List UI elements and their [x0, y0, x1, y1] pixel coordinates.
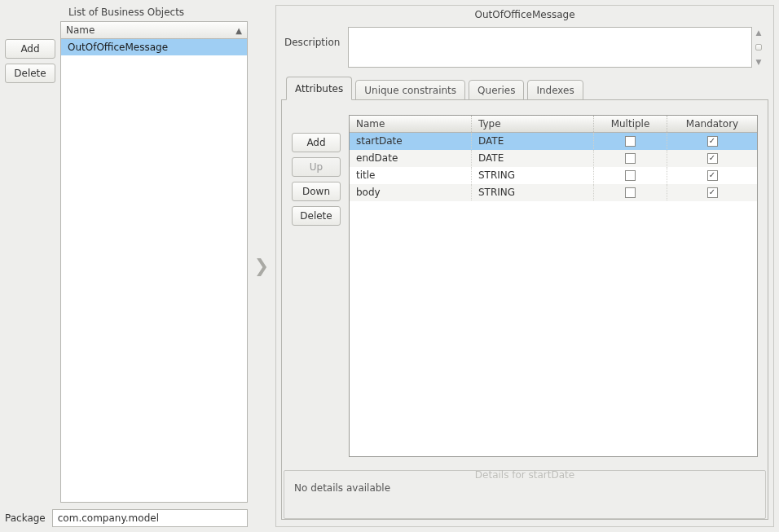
cell-multiple	[594, 167, 667, 183]
tab-unique[interactable]: Unique constraints	[355, 80, 465, 100]
th-type[interactable]: Type	[472, 116, 594, 132]
object-title: OutOfOfficeMessage	[279, 7, 770, 24]
scroll-down-icon: ▼	[756, 58, 762, 66]
attr-add-button[interactable]: Add	[292, 133, 341, 152]
details-box: Details for startDate No details availab…	[284, 470, 766, 519]
app-root: List of Business Objects Add Delete Name…	[0, 0, 779, 532]
business-objects-list[interactable]: OutOfOfficeMessage	[60, 39, 248, 503]
description-wrap: ▲ ▼	[348, 27, 765, 68]
cell-name: title	[350, 167, 472, 183]
cell-multiple	[594, 133, 667, 149]
checkbox-mandatory[interactable]: ✓	[707, 136, 718, 147]
checkbox-mandatory[interactable]: ✓	[707, 187, 718, 198]
pane-separator[interactable]: ❯	[253, 5, 271, 527]
scroll-up-icon: ▲	[756, 29, 762, 37]
th-name[interactable]: Name	[350, 116, 472, 132]
business-objects-buttons: Add Delete	[5, 21, 55, 503]
tab-queries[interactable]: Queries	[469, 80, 524, 100]
cell-name: endDate	[350, 150, 472, 166]
attr-up-button[interactable]: Up	[292, 157, 341, 177]
cell-type: STRING	[472, 184, 594, 200]
details-legend: Details for startDate	[475, 469, 574, 481]
tabs: AttributesUnique constraintsQueriesIndex…	[279, 77, 770, 100]
th-mandatory[interactable]: Mandatory	[667, 116, 757, 132]
bo-list-item[interactable]: OutOfOfficeMessage	[61, 39, 247, 55]
checkbox-multiple[interactable]	[625, 153, 636, 164]
description-textarea[interactable]	[348, 27, 752, 68]
cell-mandatory: ✓	[667, 150, 757, 166]
attributes-buttons: Add Up Down Delete	[292, 115, 341, 457]
cell-mandatory: ✓	[667, 167, 757, 183]
chevron-right-icon: ❯	[254, 256, 269, 276]
tab-panel-attributes: Add Up Down Delete Name Type Multiple Ma…	[281, 99, 768, 520]
attributes-tbody[interactable]: startDateDATE✓endDateDATE✓titleSTRING✓bo…	[350, 133, 757, 456]
table-row[interactable]: endDateDATE✓	[350, 150, 757, 167]
table-row[interactable]: titleSTRING✓	[350, 167, 757, 184]
attributes-table: Name Type Multiple Mandatory startDateDA…	[349, 115, 758, 457]
cell-mandatory: ✓	[667, 184, 757, 200]
bo-add-button[interactable]: Add	[5, 39, 55, 59]
cell-type: STRING	[472, 167, 594, 183]
tab-attributes[interactable]: Attributes	[286, 77, 352, 100]
tab-indexes[interactable]: Indexes	[527, 80, 583, 100]
cell-type: DATE	[472, 150, 594, 166]
details-text: No details available	[294, 482, 755, 494]
table-row[interactable]: startDateDATE✓	[350, 133, 757, 150]
attributes-thead: Name Type Multiple Mandatory	[350, 116, 757, 133]
business-objects-body: Add Delete Name ▲ OutOfOfficeMessage	[5, 21, 248, 503]
cell-type: DATE	[472, 133, 594, 149]
description-row: Description ▲ ▼	[279, 24, 770, 76]
object-editor-pane: OutOfOfficeMessage Description ▲ ▼ Attri…	[275, 5, 774, 527]
description-scrollbar[interactable]: ▲ ▼	[752, 27, 765, 68]
package-input[interactable]	[52, 509, 248, 527]
business-objects-title: List of Business Objects	[5, 5, 248, 21]
cell-name: startDate	[350, 133, 472, 149]
checkbox-mandatory[interactable]: ✓	[707, 153, 718, 164]
package-label: Package	[5, 512, 46, 524]
business-objects-list-wrap: Name ▲ OutOfOfficeMessage	[60, 21, 248, 503]
package-row: Package	[5, 509, 248, 527]
th-multiple[interactable]: Multiple	[594, 116, 667, 132]
checkbox-multiple[interactable]	[625, 170, 636, 181]
scroll-thumb	[755, 44, 762, 51]
bo-delete-button[interactable]: Delete	[5, 64, 55, 83]
cell-name: body	[350, 184, 472, 200]
checkbox-mandatory[interactable]: ✓	[707, 170, 718, 181]
cell-multiple	[594, 150, 667, 166]
cell-multiple	[594, 184, 667, 200]
checkbox-multiple[interactable]	[625, 136, 636, 147]
business-objects-pane: List of Business Objects Add Delete Name…	[5, 5, 248, 527]
description-label: Description	[284, 27, 340, 68]
checkbox-multiple[interactable]	[625, 187, 636, 198]
attr-down-button[interactable]: Down	[292, 182, 341, 201]
cell-mandatory: ✓	[667, 133, 757, 149]
attr-delete-button[interactable]: Delete	[292, 206, 341, 226]
bo-column-header[interactable]: Name ▲	[60, 21, 248, 39]
bo-column-header-label: Name	[66, 24, 95, 36]
attributes-area: Add Up Down Delete Name Type Multiple Ma…	[282, 100, 768, 465]
sort-ascending-icon: ▲	[235, 26, 242, 35]
table-row[interactable]: bodySTRING✓	[350, 184, 757, 201]
